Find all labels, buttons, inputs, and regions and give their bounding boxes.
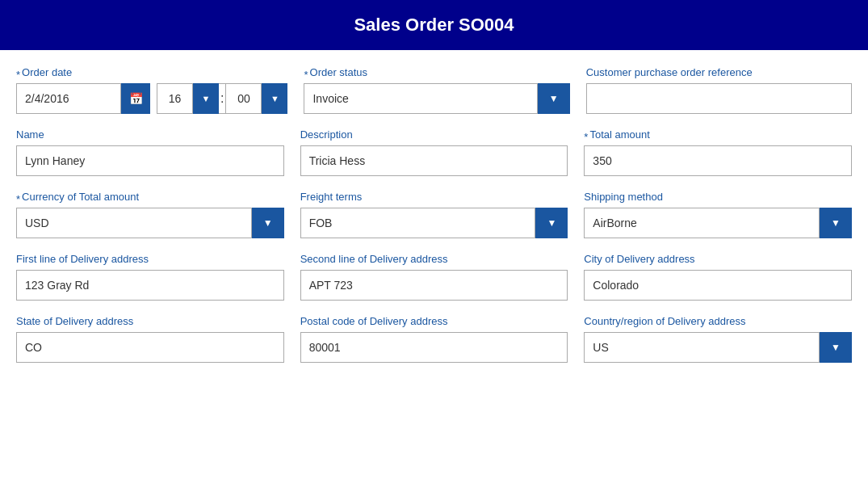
delivery-addr1-input[interactable]	[16, 270, 284, 301]
delivery-addr2-field: Second line of Delivery address	[300, 253, 568, 301]
order-date-input[interactable]	[16, 83, 121, 114]
chevron-down-icon-2: ▼	[270, 94, 279, 103]
order-date-label: Order date	[22, 66, 72, 78]
description-input[interactable]	[300, 145, 568, 176]
customer-po-ref-input[interactable]	[586, 83, 852, 114]
order-status-field: * Order status ▼	[304, 66, 569, 114]
total-amount-field: * Total amount	[584, 128, 852, 176]
delivery-addr2-input[interactable]	[300, 270, 568, 301]
delivery-state-input[interactable]	[16, 332, 284, 363]
delivery-postal-field: Postal code of Delivery address	[300, 315, 568, 363]
order-date-field: * Order date 📅 ▼ : ▼	[16, 66, 287, 114]
total-amount-input[interactable]	[584, 145, 852, 176]
order-status-input[interactable]	[304, 83, 537, 114]
chevron-down-icon-5: ▼	[547, 217, 556, 229]
shipping-method-dropdown-button[interactable]: ▼	[820, 208, 852, 238]
name-input[interactable]	[16, 145, 284, 176]
currency-dropdown-button[interactable]: ▼	[252, 208, 284, 238]
delivery-city-label: City of Delivery address	[584, 253, 852, 265]
delivery-state-label: State of Delivery address	[16, 315, 284, 327]
delivery-country-field: Country/region of Delivery address ▼	[584, 315, 852, 363]
delivery-postal-label: Postal code of Delivery address	[300, 315, 568, 327]
minute-dropdown-button[interactable]: ▼	[262, 83, 287, 114]
delivery-addr2-label: Second line of Delivery address	[300, 253, 568, 265]
delivery-country-label: Country/region of Delivery address	[584, 315, 852, 327]
required-star-currency: *	[16, 193, 20, 205]
chevron-down-icon: ▼	[202, 94, 211, 103]
description-field: Description	[300, 128, 568, 176]
order-status-dropdown-button[interactable]: ▼	[538, 83, 570, 114]
delivery-city-field: City of Delivery address	[584, 253, 852, 301]
freight-terms-input[interactable]	[300, 208, 536, 238]
required-star-total: *	[584, 131, 588, 143]
delivery-state-field: State of Delivery address	[16, 315, 284, 363]
delivery-postal-input[interactable]	[300, 332, 568, 363]
delivery-country-input[interactable]	[584, 332, 820, 363]
currency-label: Currency of Total amount	[22, 191, 139, 203]
customer-po-ref-label: Customer purchase order reference	[586, 66, 753, 78]
shipping-method-input[interactable]	[584, 208, 820, 238]
delivery-country-dropdown-button[interactable]: ▼	[820, 332, 852, 363]
description-label: Description	[300, 128, 568, 141]
chevron-down-icon-7: ▼	[831, 342, 841, 353]
currency-input[interactable]	[16, 208, 252, 238]
required-star-order-date: *	[16, 69, 20, 81]
freight-terms-dropdown-button[interactable]: ▼	[535, 208, 568, 238]
freight-terms-label: Freight terms	[300, 191, 568, 203]
calendar-button[interactable]: 📅	[121, 83, 150, 114]
delivery-city-input[interactable]	[584, 270, 852, 301]
calendar-icon: 📅	[129, 92, 143, 105]
order-time-hour-input[interactable]	[157, 83, 193, 114]
currency-field: * Currency of Total amount ▼	[16, 191, 284, 238]
shipping-method-field: Shipping method ▼	[584, 191, 852, 238]
chevron-down-icon-6: ▼	[831, 217, 841, 229]
order-status-label: Order status	[310, 66, 368, 78]
freight-terms-field: Freight terms ▼	[300, 191, 568, 238]
shipping-method-label: Shipping method	[584, 191, 852, 203]
name-label: Name	[16, 128, 284, 141]
required-star-order-status: *	[304, 69, 308, 81]
delivery-addr1-field: First line of Delivery address	[16, 253, 284, 301]
delivery-addr1-label: First line of Delivery address	[16, 253, 284, 265]
total-amount-label: Total amount	[589, 128, 649, 141]
hour-dropdown-button[interactable]: ▼	[193, 83, 219, 114]
chevron-down-icon-3: ▼	[549, 93, 559, 104]
name-field: Name	[16, 128, 284, 176]
chevron-down-icon-4: ▼	[263, 217, 273, 229]
page-title: Sales Order SO004	[0, 0, 868, 50]
time-separator: :	[219, 83, 225, 114]
order-time-minute-input[interactable]	[225, 83, 262, 114]
customer-po-ref-field: Customer purchase order reference	[586, 66, 852, 114]
